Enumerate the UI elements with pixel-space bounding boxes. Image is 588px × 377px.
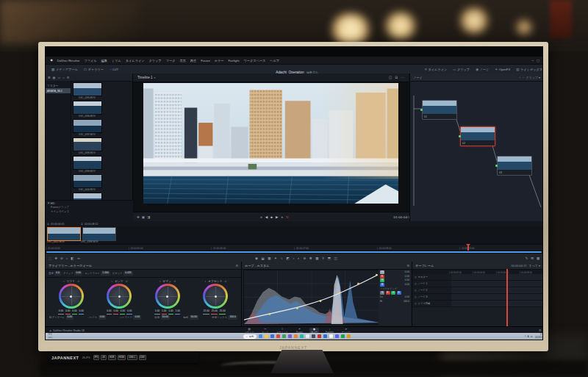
track-lane[interactable]	[451, 301, 543, 306]
media-pool-toolbar-icon[interactable]: ⌕	[62, 76, 64, 79]
timeline-tab[interactable]: Timeline 1	[137, 76, 153, 79]
track-lane[interactable]	[451, 274, 543, 280]
wheel-reset-icon[interactable]: ◑	[62, 280, 64, 283]
nav-next-icon[interactable]: ›	[523, 76, 523, 79]
menu-item[interactable]: ワークスペース	[242, 59, 268, 62]
media-pool-toolbar-icon[interactable]: ▦	[53, 76, 56, 79]
curve-editor[interactable]	[243, 270, 380, 325]
chevron-down-icon[interactable]: ▾	[154, 76, 156, 79]
keyframe-track-row[interactable]: ◇サイズ調整	[412, 301, 543, 307]
viewer-option-icon[interactable]: ⋯	[401, 76, 404, 79]
adjustment-value[interactable]: 50.00	[161, 315, 171, 320]
palette-tab-icon[interactable]: ◐	[298, 256, 300, 260]
menu-item[interactable]: 再生	[188, 59, 198, 62]
window-control-button[interactable]: ▢	[537, 59, 539, 62]
header-panel-toggle[interactable]: ≡ タイムライン	[422, 68, 450, 71]
weather-widget[interactable]: 9°C 晴れ	[49, 334, 53, 338]
keyframe-track-row[interactable]: ◇ノード 3	[412, 294, 543, 301]
track-lane[interactable]	[451, 294, 543, 300]
bin-tree-item[interactable]: マスター	[46, 82, 71, 88]
color-node-selected[interactable]: 02	[460, 126, 495, 146]
color-wheel[interactable]	[107, 284, 132, 309]
header-panel-toggle[interactable]: ▤ ライトボックス	[513, 68, 543, 71]
soft-clip-chip[interactable]: R	[386, 291, 390, 295]
palette-tab-icon[interactable]: ◫	[334, 256, 337, 260]
color-node[interactable]: 03	[497, 156, 532, 176]
wheel-reset-icon[interactable]: ◑	[204, 280, 206, 283]
keyframe-diamond-icon[interactable]: ◇	[415, 282, 417, 285]
taskbar-app-icon[interactable]	[282, 334, 287, 339]
color-wheel[interactable]	[203, 284, 228, 309]
palette-tab-icon[interactable]: ◉	[255, 256, 258, 260]
media-pool-toolbar-icon[interactable]: ≔	[57, 76, 60, 79]
tray-icon[interactable]: ^	[525, 335, 526, 338]
wheel-value-g[interactable]: 1.00	[168, 309, 173, 315]
adjustment-field[interactable]: 輝度ミックス 100.0	[212, 315, 237, 320]
taskbar-app-icon[interactable]	[265, 334, 269, 339]
toolbar-icon[interactable]: ✎	[525, 256, 528, 260]
keyframe-mode-select[interactable]: すべて ▾	[529, 264, 540, 268]
wheel-value-y[interactable]: 1.00	[154, 309, 159, 315]
media-clip[interactable]: DSC_4397.MOV	[73, 119, 102, 137]
loop-button[interactable]: ↻	[286, 215, 289, 219]
wheel-puck[interactable]	[166, 295, 168, 298]
menu-item[interactable]: カラー	[212, 59, 226, 62]
timeline-tool-icon[interactable]: ✥	[54, 256, 57, 260]
keyframe-diamond-icon[interactable]: ◇	[415, 295, 417, 298]
palette-tab-icon[interactable]: ▩	[315, 256, 318, 260]
adjustment-field[interactable]: 色相 50.00	[183, 315, 198, 320]
taskbar-app-icon[interactable]	[306, 334, 310, 339]
wheel-undo-icon[interactable]: ↺	[77, 280, 79, 283]
keyframe-track-row[interactable]: ◇ノード 2	[412, 287, 543, 294]
palette-tab-icon[interactable]: ⬓	[261, 256, 264, 260]
palette-tab-icon[interactable]: ⬒	[328, 256, 331, 260]
palette-tab-icon[interactable]: ✦	[274, 256, 277, 260]
taskbar-app-icon[interactable]	[347, 334, 351, 339]
wheel-undo-icon[interactable]: ↺	[126, 280, 128, 283]
menu-item[interactable]: Fairlight	[226, 59, 241, 62]
channel-value[interactable]: 0.00	[405, 283, 409, 287]
channel-chip[interactable]: R	[380, 275, 384, 279]
keyframe-diamond-icon[interactable]: ◇	[415, 302, 417, 305]
timeline-tool-icon[interactable]: ⌕	[66, 256, 68, 260]
adjustment-field[interactable]: 温度 0.0	[49, 271, 61, 276]
toolbar-icon[interactable]: ↗	[542, 256, 543, 260]
bin-tree-item[interactable]: ARATA_BL1	[46, 88, 71, 93]
wheel-reset-icon[interactable]: ◑	[159, 280, 160, 283]
header-panel-toggle[interactable]: ◔ LUT	[107, 68, 121, 71]
viewer-option-icon[interactable]: ⧉	[395, 76, 398, 79]
wheel-value-y[interactable]: 0.00	[107, 309, 112, 315]
menu-item[interactable]: 表示	[178, 59, 187, 62]
window-control-button[interactable]: –	[531, 59, 534, 62]
adjustment-value[interactable]: 0.00	[98, 315, 107, 320]
taskbar-app-icon[interactable]	[318, 334, 322, 339]
transport-button[interactable]: «	[260, 215, 262, 219]
wheel-value-y[interactable]: 25.00	[203, 309, 209, 315]
viewer-tool-icon[interactable]: ▣	[142, 215, 145, 219]
node-graph[interactable]: 01 02 03	[410, 81, 543, 221]
taskbar-app-icon[interactable]	[288, 334, 293, 339]
toolbar-icon[interactable]: ⊞	[531, 256, 534, 260]
transport-button[interactable]: ▶	[276, 215, 278, 219]
adjustment-value[interactable]: 0.0	[54, 271, 61, 276]
header-panel-toggle[interactable]: ▭ クリップ	[450, 68, 473, 71]
taskbar-app-icon[interactable]	[335, 334, 340, 339]
settings-icon[interactable]: ⚙	[235, 264, 238, 268]
viewer-option-icon[interactable]: ◫	[389, 76, 392, 79]
menu-item[interactable]: タイムライン	[123, 59, 146, 62]
taskbar-app-icon[interactable]	[270, 334, 275, 339]
wheel-reset-icon[interactable]: ◑	[111, 280, 112, 283]
menu-item[interactable]: DaVinci Resolve	[55, 59, 82, 62]
nav-prev-icon[interactable]: ‹	[520, 76, 520, 79]
tray-icon[interactable]: A	[528, 335, 529, 338]
channel-chip[interactable]: Y	[380, 270, 384, 274]
menu-item[interactable]: クリップ	[147, 59, 163, 62]
viewer-tool-icon[interactable]: ✥	[137, 215, 140, 219]
soft-clip-field-value[interactable]: 100.0	[404, 300, 409, 304]
adjustment-field[interactable]: ハイライト 0.00	[120, 315, 141, 320]
settings-icon[interactable]: ⚙	[406, 264, 409, 268]
channel-chip[interactable]: B	[380, 283, 384, 287]
header-panel-toggle[interactable]: ▦ メディアプール	[49, 68, 81, 71]
soft-clip-chip[interactable]: G	[391, 291, 395, 295]
tray-icon[interactable]: あ	[531, 335, 533, 338]
